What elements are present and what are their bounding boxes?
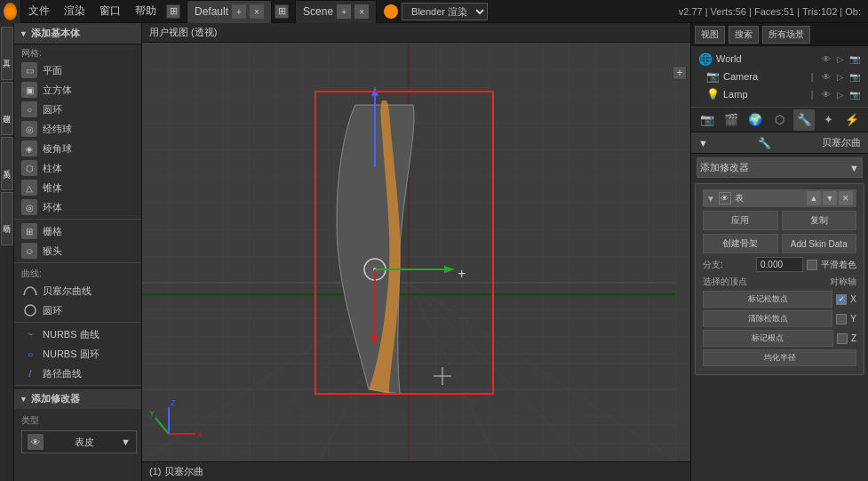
mark-loose-btn[interactable]: 标记松散点 bbox=[703, 291, 832, 308]
mod-collapse-btn[interactable]: ▼ bbox=[706, 194, 715, 204]
all-scenes-tab[interactable]: 所有场景 bbox=[762, 26, 810, 44]
expand-icon: ▼ bbox=[698, 138, 708, 148]
layout-icon2[interactable]: ⊞ bbox=[275, 4, 289, 19]
copy-btn[interactable]: 复制 bbox=[782, 211, 857, 230]
view-tab[interactable]: 视图 bbox=[695, 26, 725, 44]
camera-ctrl-3[interactable]: ▷ bbox=[834, 70, 847, 83]
viewport-plus-btn[interactable]: + bbox=[673, 66, 687, 80]
divider-1 bbox=[14, 219, 141, 220]
tab-close-btn[interactable]: × bbox=[250, 4, 264, 19]
sidebar-item-circle-curve[interactable]: 圆环 bbox=[14, 301, 141, 320]
world-icon: 🌐 bbox=[698, 52, 713, 66]
equalize-row: 均化半径 bbox=[703, 349, 856, 366]
prop-icon-physics[interactable]: ⚡ bbox=[841, 109, 863, 131]
sidebar-item-uvsphere[interactable]: ◎ 经纬球 bbox=[14, 119, 141, 139]
y-checkbox[interactable] bbox=[836, 314, 847, 325]
prop-icon-world[interactable]: 🌍 bbox=[745, 109, 766, 131]
menu-window[interactable]: 窗口 bbox=[92, 0, 128, 23]
scene-item-world[interactable]: 🌐 World 👁 ▷ 📷 bbox=[691, 50, 868, 68]
vertical-tabs: 工具 创建 关系 动画 bbox=[0, 23, 14, 481]
sidebar-item-cube[interactable]: ▣ 立方体 bbox=[14, 80, 141, 100]
menu-file[interactable]: 文件 bbox=[21, 0, 57, 23]
sidebar-item-bezier[interactable]: 贝塞尔曲线 bbox=[14, 281, 141, 301]
world-ctrl-1[interactable]: 👁 bbox=[820, 52, 832, 65]
sidebar-item-torus[interactable]: ◎ 环体 bbox=[14, 197, 141, 217]
sidebar-header: 添加基本体 bbox=[14, 23, 141, 44]
equalize-btn[interactable]: 均化半径 bbox=[703, 349, 856, 366]
right-sidebar: 视图 搜索 所有场景 🌐 World 👁 ▷ 📷 📷 Camera | 👁 bbox=[690, 23, 868, 481]
prop-icon-object[interactable]: ⬡ bbox=[768, 109, 790, 131]
sidebar-item-monkey[interactable]: ☺ 猴头 bbox=[14, 241, 141, 261]
camera-ctrl-2[interactable]: 👁 bbox=[820, 70, 832, 83]
prop-icon-render[interactable]: 📷 bbox=[697, 109, 718, 131]
prop-icon-modifier[interactable]: 🔧 bbox=[793, 109, 815, 131]
viewport[interactable]: 用户视图 (透视) bbox=[142, 23, 690, 481]
wrench-icon: 🔧 bbox=[758, 137, 771, 149]
engine-selector[interactable]: Blender 渲染 bbox=[402, 3, 488, 20]
viewport-canvas[interactable]: + X Y Z + bbox=[142, 43, 690, 461]
lamp-ctrl-4[interactable]: 📷 bbox=[848, 88, 861, 100]
x-checkbox[interactable] bbox=[836, 294, 847, 305]
sidebar-content: 添加基本体 网格: ▭ 平面 ▣ 立方体 ○ 圆环 ◎ 经纬球 bbox=[14, 23, 141, 481]
vtab-animation[interactable]: 动画 bbox=[1, 192, 13, 245]
tab-add-btn[interactable]: + bbox=[232, 4, 246, 19]
mod-up-btn[interactable]: ▲ bbox=[807, 191, 821, 205]
engine-icon bbox=[384, 4, 398, 19]
modifier-panel-header: ▼ 🔧 贝塞尔曲 bbox=[691, 132, 868, 154]
icosphere-icon: ◈ bbox=[21, 140, 37, 156]
torus-icon: ◎ bbox=[21, 199, 37, 215]
modifier-header-buttons: ▲ ▼ ✕ bbox=[807, 191, 853, 205]
scene-item-lamp[interactable]: 💡 Lamp | 👁 ▷ 📷 bbox=[691, 85, 868, 103]
world-ctrl-2[interactable]: ▷ bbox=[834, 52, 847, 65]
vtab-create[interactable]: 创建 bbox=[1, 82, 13, 135]
blender-icon bbox=[0, 0, 21, 23]
prop-icon-particle[interactable]: ✦ bbox=[817, 109, 839, 131]
branch-value[interactable]: 0.000 bbox=[756, 257, 803, 272]
smooth-checkbox[interactable] bbox=[807, 260, 817, 270]
scene-item-camera[interactable]: 📷 Camera | 👁 ▷ 📷 bbox=[691, 68, 868, 85]
scene-tree: 🌐 World 👁 ▷ 📷 📷 Camera | 👁 ▷ 📷 bbox=[691, 46, 868, 108]
add-modifier-btn[interactable]: 添加修改器 ▼ bbox=[697, 157, 863, 178]
sidebar-item-grid[interactable]: ⊞ 栅格 bbox=[14, 221, 141, 241]
modifier-type-label: 表 bbox=[735, 192, 807, 204]
camera-ctrl-4[interactable]: 📷 bbox=[848, 70, 861, 83]
vtab-relations[interactable]: 关系 bbox=[1, 137, 13, 190]
create-armature-btn[interactable]: 创建骨架 bbox=[703, 234, 778, 253]
mod-down-btn[interactable]: ▼ bbox=[823, 191, 837, 205]
tab-scene-add[interactable]: + bbox=[337, 4, 351, 19]
circle-curve-icon bbox=[21, 302, 39, 318]
mod-delete-btn[interactable]: ✕ bbox=[839, 191, 853, 205]
sidebar-item-plane[interactable]: ▭ 平面 bbox=[14, 60, 141, 80]
search-tab[interactable]: 搜索 bbox=[729, 26, 759, 44]
sidebar-item-icosphere[interactable]: ◈ 棱角球 bbox=[14, 139, 141, 158]
tab-default[interactable]: Default + × bbox=[187, 0, 272, 23]
menu-help[interactable]: 帮助 bbox=[128, 0, 163, 23]
clear-loose-btn[interactable]: 清除松散点 bbox=[703, 310, 832, 327]
world-ctrl-3[interactable]: 📷 bbox=[848, 52, 861, 65]
vtab-tools[interactable]: 工具 bbox=[1, 27, 13, 80]
lamp-ctrl-2[interactable]: 👁 bbox=[820, 88, 832, 100]
lamp-ctrl-1[interactable]: | bbox=[806, 88, 818, 100]
sidebar-item-nurbs-curve[interactable]: ~ NURBS 曲线 bbox=[14, 325, 141, 344]
layout-icon[interactable]: ⊞ bbox=[166, 4, 180, 19]
tab-scene-close[interactable]: × bbox=[354, 4, 369, 19]
mod-visibility-icon[interactable]: 👁 bbox=[719, 192, 731, 204]
camera-ctrl-1[interactable]: | bbox=[806, 70, 818, 83]
sidebar-item-cone[interactable]: △ 锥体 bbox=[14, 178, 141, 197]
lamp-controls: | 👁 ▷ 📷 bbox=[806, 88, 861, 100]
prop-icon-scene[interactable]: 🎬 bbox=[721, 109, 742, 131]
sidebar-item-path[interactable]: / 路径曲线 bbox=[14, 364, 141, 383]
sidebar-item-cylinder[interactable]: ⬡ 柱体 bbox=[14, 158, 141, 178]
z-checkbox[interactable] bbox=[837, 333, 848, 344]
menu-render[interactable]: 渲染 bbox=[57, 0, 92, 23]
sidebar-item-nurbs-circle[interactable]: ○ NURBS 圆环 bbox=[14, 344, 141, 364]
type-selector[interactable]: 👁 表皮 ▼ bbox=[21, 430, 137, 453]
apply-btn[interactable]: 应用 bbox=[703, 211, 778, 230]
main-area: 工具 创建 关系 动画 添加基本体 网格: ▭ 平面 ▣ 立方体 ○ 圆环 bbox=[0, 23, 868, 481]
add-skin-data-btn[interactable]: Add Skin Data bbox=[782, 234, 857, 253]
lamp-ctrl-3[interactable]: ▷ bbox=[834, 88, 847, 100]
world-controls: 👁 ▷ 📷 bbox=[820, 52, 861, 65]
tab-scene[interactable]: Scene + × bbox=[295, 0, 377, 23]
mark-root-btn[interactable]: 标记根点 bbox=[703, 330, 833, 347]
sidebar-item-circle[interactable]: ○ 圆环 bbox=[14, 100, 141, 119]
